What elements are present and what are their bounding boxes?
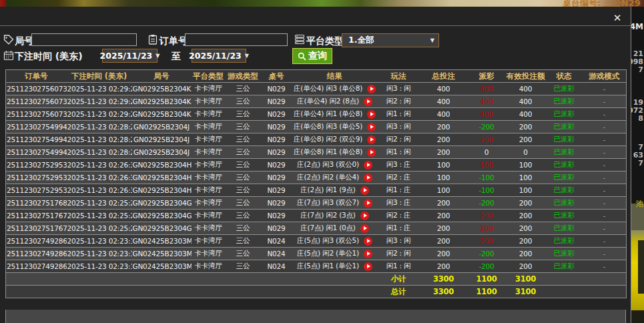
cell-platform-type: 卡卡湾厅 xyxy=(192,108,226,121)
cell-table-no: N029 xyxy=(261,197,292,210)
result-text: 庄(单公8) 闲2 (双公9) xyxy=(294,135,362,144)
clipboard-icon xyxy=(147,34,158,45)
replay-button[interactable] xyxy=(367,123,376,131)
empty-cell xyxy=(583,286,627,298)
game-no-input[interactable] xyxy=(31,33,137,46)
cell-round-id: GN02925B2304J xyxy=(132,146,192,159)
background-pool-char: 池 xyxy=(636,199,643,209)
cell-game-mode: - xyxy=(583,146,627,159)
cell-play-type: 闲1 : 庄 xyxy=(378,222,420,235)
replay-button[interactable] xyxy=(367,148,376,157)
replay-button[interactable] xyxy=(364,199,372,208)
replay-button[interactable] xyxy=(367,110,376,119)
replay-button[interactable] xyxy=(367,85,376,93)
replay-button[interactable] xyxy=(364,97,372,106)
screen: 桌台编号: 三公N29 04M2109871907287637 池 ✕ 局号 订… xyxy=(0,0,644,323)
replay-button[interactable] xyxy=(367,135,376,144)
cell-payout: 400 xyxy=(468,83,506,95)
cell-payout: -200 xyxy=(468,248,506,260)
cell-platform-type: 卡卡湾厅 xyxy=(192,95,226,108)
replay-button[interactable] xyxy=(364,161,372,170)
cell-table-no: N029 xyxy=(261,159,292,172)
background-table-number-label: 桌台编号: 三公N29 xyxy=(563,0,643,7)
cell-bet-time: 2025-11-23 02:26:31 xyxy=(67,184,132,197)
cell-valid-bet: 200 xyxy=(506,197,546,210)
cell-game-type: 三公 xyxy=(226,121,261,133)
cell-platform-type: 卡卡湾厅 xyxy=(192,210,226,222)
cell-play-type: 闲2 : 闲 xyxy=(378,133,420,146)
cell-valid-bet: 0 xyxy=(506,146,546,159)
order-no-input[interactable] xyxy=(185,33,288,46)
cell-status: 已派彩 xyxy=(546,133,583,146)
cell-order-id: 251123027517678 xyxy=(6,222,67,235)
replay-button[interactable] xyxy=(364,250,372,258)
cell-total-bet: 100 xyxy=(420,184,468,197)
cell-bet-time: 2025-11-23 02:29:23 xyxy=(67,83,132,95)
cell-play-type: 闲2 : 闲 xyxy=(378,95,420,108)
date-to-picker[interactable]: 2025/11/23 ▼ xyxy=(192,49,246,63)
platform-type-label: 平台类型 xyxy=(306,35,344,47)
search-icon xyxy=(298,52,306,61)
cell-status: 已派彩 xyxy=(546,184,583,197)
cell-game-type: 三公 xyxy=(226,222,261,235)
cell-status: 已派彩 xyxy=(546,235,583,248)
platform-type-select[interactable]: 1.全部 ▼ xyxy=(342,33,439,47)
table-row: 2511230274928682025-11-23 02:23:10GN0242… xyxy=(6,248,627,260)
cell-platform-type: 卡卡湾厅 xyxy=(192,159,226,172)
cell-order-id: 251123027560735 xyxy=(6,83,67,95)
cell-table-no: N029 xyxy=(261,172,292,184)
cell-valid-bet: 400 xyxy=(506,83,546,95)
bet-history-dialog: ✕ 局号 订单号 平台类型 1.全部 ▼ xyxy=(0,7,631,323)
cell-table-no: N029 xyxy=(261,121,292,133)
replay-button[interactable] xyxy=(360,186,369,195)
cell-payout: -200 xyxy=(468,260,506,273)
cell-game-mode: - xyxy=(583,248,627,260)
cell-play-type: 闲2 : 闲 xyxy=(378,248,420,260)
cell-result: 庄(2点) 闲3 (双公0) xyxy=(292,159,378,172)
cell-result: 庄(2点) 闲2 (单公4) xyxy=(292,172,378,184)
cell-bet-time: 2025-11-23 02:25:24 xyxy=(67,222,132,235)
result-text: 庄(7点) 闲2 (3点) xyxy=(300,211,356,220)
cell-game-mode: - xyxy=(583,121,627,133)
cell-result: 庄(5点) 闲3 (双公5) xyxy=(292,235,378,248)
cell-game-type: 三公 xyxy=(226,260,261,273)
cell-result: 庄(7点) 闲3 (双公7) xyxy=(292,197,378,210)
table-row: 2511230274928692025-11-23 02:23:10GN0242… xyxy=(6,235,627,248)
replay-button[interactable] xyxy=(360,212,369,220)
cell-bet-time: 2025-11-23 02:29:23 xyxy=(67,108,132,121)
cell-valid-bet: 200 xyxy=(506,222,546,235)
close-icon[interactable]: ✕ xyxy=(607,11,627,25)
cell-total-bet: 100 xyxy=(420,159,468,172)
replay-button[interactable] xyxy=(364,262,372,271)
cell-payout: 200 xyxy=(468,133,506,146)
col-header-game-type: 游戏类型 xyxy=(226,70,261,83)
cell-game-type: 三公 xyxy=(226,248,261,260)
total-row: 总计330011003100 xyxy=(6,286,627,298)
cell-valid-bet: 200 xyxy=(506,133,546,146)
background-text-fragment: 04M xyxy=(631,22,643,31)
cell-round-id: GN02925B2304G xyxy=(132,222,192,235)
col-header-status: 状态 xyxy=(546,70,583,83)
cell-result: 庄(7点) 闲1 (0点) xyxy=(292,222,378,235)
cell-platform-type: 卡卡湾厅 xyxy=(192,235,226,248)
cell-game-mode: - xyxy=(583,222,627,235)
cell-payout: -100 xyxy=(468,172,506,184)
cell-game-type: 三公 xyxy=(226,210,261,222)
table-row: 2511230275176792025-11-23 02:25:24GN0292… xyxy=(6,210,627,222)
total-valid-bet: 3100 xyxy=(506,286,546,298)
cell-status: 已派彩 xyxy=(546,172,583,184)
result-text: 庄(单公4) 闲2 (8点) xyxy=(297,97,359,106)
replay-button[interactable] xyxy=(364,174,372,182)
cell-valid-bet: 400 xyxy=(506,108,546,121)
subtotal-total-bet: 3300 xyxy=(420,273,468,286)
replay-button[interactable] xyxy=(364,237,372,246)
cell-table-no: N029 xyxy=(261,108,292,121)
game-no-label: 局号 xyxy=(15,35,33,47)
date-from-picker[interactable]: 2025/11/23 ▼ xyxy=(102,49,157,63)
cell-game-type: 三公 xyxy=(226,133,261,146)
search-button[interactable]: 查询 xyxy=(292,48,332,64)
cell-round-id: GN02925B2304G xyxy=(132,210,192,222)
cell-result: 庄(7点) 闲2 (3点) xyxy=(292,210,378,222)
cell-play-type: 闲1 : 闲 xyxy=(378,260,420,273)
replay-button[interactable] xyxy=(360,224,369,233)
